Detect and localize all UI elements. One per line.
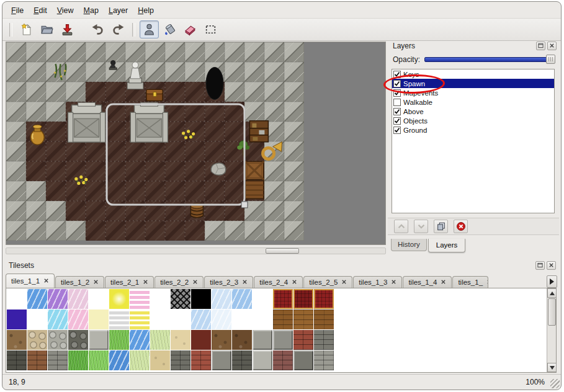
undo-button[interactable]	[88, 20, 107, 38]
tileset-tab-tiles_1_1[interactable]: tiles_1_1	[6, 274, 55, 288]
tile-swatch[interactable]	[191, 350, 211, 370]
map-horizontal-scrollbar[interactable]	[6, 247, 386, 254]
tile-swatch[interactable]	[293, 289, 313, 309]
tile-swatch[interactable]	[109, 330, 129, 350]
tilesets-dock-float-button[interactable]	[535, 261, 545, 270]
tile-swatch[interactable]	[150, 289, 170, 309]
tile-swatch[interactable]	[212, 310, 231, 329]
layer-row-keys[interactable]: Keys	[392, 69, 554, 79]
scroll-down-button[interactable]	[547, 363, 557, 372]
close-tab-icon[interactable]	[486, 278, 488, 286]
tile-swatch[interactable]	[7, 350, 27, 370]
eraser-tool-button[interactable]	[181, 20, 200, 38]
close-tab-icon[interactable]	[43, 277, 49, 285]
tile-swatch[interactable]	[273, 330, 293, 350]
tile-swatch[interactable]	[314, 330, 334, 350]
tile-swatch[interactable]	[89, 330, 109, 350]
tile-swatch[interactable]	[89, 350, 109, 370]
close-tab-icon[interactable]	[341, 278, 347, 286]
tile-swatch[interactable]	[130, 310, 150, 329]
dock-tab-layers[interactable]: Layers	[428, 239, 466, 252]
tile-swatch[interactable]	[27, 350, 47, 370]
map-view[interactable]	[6, 42, 386, 245]
tile-swatch[interactable]	[314, 289, 334, 309]
tile-swatch[interactable]	[273, 289, 293, 309]
duplicate-layer-button[interactable]	[434, 220, 448, 233]
layer-visibility-checkbox[interactable]	[393, 127, 401, 134]
tile-swatch[interactable]	[253, 310, 272, 329]
open-folder-button[interactable]	[37, 20, 56, 38]
tileset-tab-tiles_2_4[interactable]: tiles_2_4	[254, 276, 303, 288]
opacity-slider-handle[interactable]	[546, 55, 555, 64]
tile-swatch[interactable]	[171, 330, 190, 350]
tile-swatch[interactable]	[48, 350, 68, 370]
resize-grip[interactable]	[550, 379, 560, 388]
new-file-button[interactable]	[17, 20, 36, 38]
layer-row-above[interactable]: Above	[392, 107, 554, 116]
tile-swatch[interactable]	[314, 310, 334, 329]
close-tab-icon[interactable]	[391, 278, 396, 286]
tileset-tab-tiles_2_3[interactable]: tiles_2_3	[204, 276, 253, 288]
tile-swatch[interactable]	[150, 350, 170, 370]
toolbar-handle[interactable]	[132, 23, 135, 37]
tile-swatch[interactable]	[7, 310, 27, 329]
layer-visibility-checkbox[interactable]	[393, 80, 401, 87]
selection-resize-handle[interactable]	[241, 202, 248, 208]
tile-swatch[interactable]	[171, 289, 190, 309]
scrollbar-thumb[interactable]	[548, 298, 556, 326]
tile-swatch[interactable]	[68, 289, 88, 309]
tile-swatch[interactable]	[293, 310, 313, 329]
tileset-tab-tiles_1_3[interactable]: tiles_1_3	[353, 276, 402, 288]
tileset-tab-tiles_2_5[interactable]: tiles_2_5	[303, 276, 352, 288]
menu-layer[interactable]: Layer	[104, 4, 133, 17]
tile-swatch[interactable]	[109, 350, 129, 370]
tile-swatch[interactable]	[191, 310, 211, 329]
tile-swatch[interactable]	[253, 289, 272, 309]
tile-swatch[interactable]	[253, 330, 272, 350]
tileset-tab-tiles_1_2[interactable]: tiles_1_2	[55, 276, 104, 288]
layer-row-walkable[interactable]: Walkable	[392, 97, 554, 107]
map-canvas[interactable]	[6, 42, 304, 241]
tile-swatch[interactable]	[109, 310, 129, 329]
tile-swatch[interactable]	[314, 350, 334, 370]
layer-row-spawn[interactable]: Spawn	[392, 79, 554, 88]
tileset-tab-tiles_1[interactable]: tiles_1_	[452, 276, 488, 288]
layer-visibility-checkbox[interactable]	[393, 89, 401, 97]
dock-tab-history[interactable]: History	[391, 239, 427, 251]
tile-swatch[interactable]	[48, 310, 68, 329]
close-tab-icon[interactable]	[242, 278, 248, 286]
layer-visibility-checkbox[interactable]	[393, 108, 401, 115]
tile-swatch[interactable]	[68, 350, 88, 370]
save-import-button[interactable]	[58, 20, 77, 38]
close-tab-icon[interactable]	[143, 278, 148, 286]
tile-swatch[interactable]	[191, 289, 211, 309]
tile-swatch[interactable]	[7, 289, 27, 309]
tab-scroll-right-button[interactable]	[547, 275, 557, 288]
tile-swatch[interactable]	[48, 289, 68, 309]
tile-swatch[interactable]	[130, 289, 150, 309]
menu-map[interactable]: Map	[79, 4, 104, 17]
delete-layer-button[interactable]	[454, 220, 468, 233]
menu-file[interactable]: File	[6, 4, 29, 17]
tile-swatch[interactable]	[232, 310, 252, 329]
tileset-tab-tiles_2_1[interactable]: tiles_2_1	[105, 276, 154, 288]
layer-visibility-checkbox[interactable]	[393, 99, 401, 106]
tile-swatch[interactable]	[253, 350, 272, 370]
tile-swatch[interactable]	[191, 330, 211, 350]
tile-swatch[interactable]	[130, 350, 150, 370]
scrollbar-thumb[interactable]	[266, 248, 299, 254]
tilesets-dock-close-button[interactable]	[547, 261, 556, 270]
scroll-up-button[interactable]	[547, 288, 557, 298]
tile-swatch[interactable]	[212, 330, 231, 350]
tile-swatch[interactable]	[68, 330, 88, 350]
fill-tool-button[interactable]	[160, 20, 179, 38]
tile-swatch[interactable]	[171, 310, 190, 329]
menu-help[interactable]: Help	[133, 4, 159, 17]
layer-row-objects[interactable]: Objects	[392, 116, 554, 125]
tile-swatch[interactable]	[89, 310, 109, 329]
layer-row-mapevents[interactable]: Mapevents	[392, 88, 554, 97]
tile-swatch[interactable]	[89, 289, 109, 309]
tile-swatch[interactable]	[273, 310, 293, 329]
tile-swatch[interactable]	[68, 310, 88, 329]
tile-swatch[interactable]	[150, 330, 170, 350]
